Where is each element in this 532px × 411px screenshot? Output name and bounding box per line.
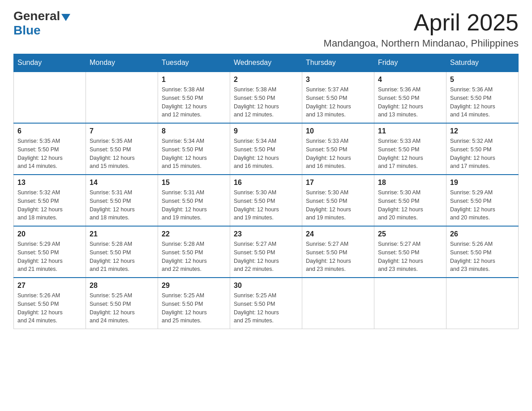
logo-arrow-icon <box>61 14 70 21</box>
header: General Blue April 2025 Mandangoa, North… <box>13 9 519 49</box>
day-number: 13 <box>17 179 82 187</box>
day-number: 7 <box>90 127 154 135</box>
calendar-cell: 8Sunrise: 5:34 AM Sunset: 5:50 PM Daylig… <box>158 123 230 175</box>
day-info: Sunrise: 5:29 AM Sunset: 5:50 PM Dayligh… <box>450 188 515 222</box>
calendar-cell: 16Sunrise: 5:30 AM Sunset: 5:50 PM Dayli… <box>230 175 302 226</box>
day-info: Sunrise: 5:38 AM Sunset: 5:50 PM Dayligh… <box>234 86 298 119</box>
calendar-cell: 14Sunrise: 5:31 AM Sunset: 5:50 PM Dayli… <box>86 175 158 226</box>
calendar-week-row: 27Sunrise: 5:26 AM Sunset: 5:50 PM Dayli… <box>14 278 519 329</box>
day-number: 16 <box>234 179 298 187</box>
month-year-title: April 2025 <box>324 9 519 36</box>
calendar-cell: 7Sunrise: 5:35 AM Sunset: 5:50 PM Daylig… <box>86 123 158 175</box>
calendar-cell: 29Sunrise: 5:25 AM Sunset: 5:50 PM Dayli… <box>158 278 230 329</box>
day-number: 11 <box>378 127 442 135</box>
calendar-header-row: SundayMondayTuesdayWednesdayThursdayFrid… <box>14 54 519 72</box>
calendar-cell: 22Sunrise: 5:28 AM Sunset: 5:50 PM Dayli… <box>158 226 230 278</box>
calendar-cell: 1Sunrise: 5:38 AM Sunset: 5:50 PM Daylig… <box>158 72 230 123</box>
calendar-cell: 24Sunrise: 5:27 AM Sunset: 5:50 PM Dayli… <box>302 226 374 278</box>
day-number: 19 <box>450 179 515 187</box>
day-info: Sunrise: 5:36 AM Sunset: 5:50 PM Dayligh… <box>450 86 515 119</box>
day-info: Sunrise: 5:27 AM Sunset: 5:50 PM Dayligh… <box>306 240 370 274</box>
calendar-cell <box>446 278 519 329</box>
col-header-tuesday: Tuesday <box>158 54 230 72</box>
calendar-cell: 19Sunrise: 5:29 AM Sunset: 5:50 PM Dayli… <box>446 175 519 226</box>
calendar-cell: 18Sunrise: 5:30 AM Sunset: 5:50 PM Dayli… <box>374 175 446 226</box>
day-info: Sunrise: 5:28 AM Sunset: 5:50 PM Dayligh… <box>90 240 154 274</box>
day-info: Sunrise: 5:33 AM Sunset: 5:50 PM Dayligh… <box>378 137 442 171</box>
day-number: 20 <box>17 230 82 238</box>
day-number: 3 <box>306 76 370 84</box>
day-number: 5 <box>450 76 515 84</box>
logo-general-text: General <box>13 9 60 23</box>
col-header-thursday: Thursday <box>302 54 374 72</box>
day-info: Sunrise: 5:33 AM Sunset: 5:50 PM Dayligh… <box>306 137 370 171</box>
title-area: April 2025 Mandangoa, Northern Mindanao,… <box>324 9 519 49</box>
day-info: Sunrise: 5:25 AM Sunset: 5:50 PM Dayligh… <box>234 291 298 325</box>
day-number: 15 <box>162 179 226 187</box>
calendar-cell: 9Sunrise: 5:34 AM Sunset: 5:50 PM Daylig… <box>230 123 302 175</box>
calendar-week-row: 6Sunrise: 5:35 AM Sunset: 5:50 PM Daylig… <box>14 123 519 175</box>
day-number: 28 <box>90 282 154 290</box>
day-number: 14 <box>90 179 154 187</box>
calendar-cell: 12Sunrise: 5:32 AM Sunset: 5:50 PM Dayli… <box>446 123 519 175</box>
day-number: 6 <box>17 127 82 135</box>
calendar-cell: 2Sunrise: 5:38 AM Sunset: 5:50 PM Daylig… <box>230 72 302 123</box>
day-number: 25 <box>378 230 442 238</box>
day-info: Sunrise: 5:30 AM Sunset: 5:50 PM Dayligh… <box>306 188 370 222</box>
calendar-table: SundayMondayTuesdayWednesdayThursdayFrid… <box>13 54 519 329</box>
day-info: Sunrise: 5:27 AM Sunset: 5:50 PM Dayligh… <box>234 240 298 274</box>
calendar-cell: 23Sunrise: 5:27 AM Sunset: 5:50 PM Dayli… <box>230 226 302 278</box>
col-header-wednesday: Wednesday <box>230 54 302 72</box>
day-info: Sunrise: 5:32 AM Sunset: 5:50 PM Dayligh… <box>450 137 515 171</box>
calendar-cell: 21Sunrise: 5:28 AM Sunset: 5:50 PM Dayli… <box>86 226 158 278</box>
calendar-week-row: 1Sunrise: 5:38 AM Sunset: 5:50 PM Daylig… <box>14 72 519 123</box>
day-info: Sunrise: 5:35 AM Sunset: 5:50 PM Dayligh… <box>17 137 82 171</box>
calendar-cell: 27Sunrise: 5:26 AM Sunset: 5:50 PM Dayli… <box>14 278 86 329</box>
calendar-cell: 26Sunrise: 5:26 AM Sunset: 5:50 PM Dayli… <box>446 226 519 278</box>
col-header-monday: Monday <box>86 54 158 72</box>
day-number: 10 <box>306 127 370 135</box>
day-number: 12 <box>450 127 515 135</box>
day-number: 9 <box>234 127 298 135</box>
day-info: Sunrise: 5:38 AM Sunset: 5:50 PM Dayligh… <box>162 86 226 119</box>
calendar-cell: 28Sunrise: 5:25 AM Sunset: 5:50 PM Dayli… <box>86 278 158 329</box>
col-header-sunday: Sunday <box>14 54 86 72</box>
day-number: 8 <box>162 127 226 135</box>
day-info: Sunrise: 5:31 AM Sunset: 5:50 PM Dayligh… <box>90 188 154 222</box>
day-info: Sunrise: 5:35 AM Sunset: 5:50 PM Dayligh… <box>90 137 154 171</box>
calendar-cell: 3Sunrise: 5:37 AM Sunset: 5:50 PM Daylig… <box>302 72 374 123</box>
day-info: Sunrise: 5:36 AM Sunset: 5:50 PM Dayligh… <box>378 86 442 119</box>
calendar-week-row: 20Sunrise: 5:29 AM Sunset: 5:50 PM Dayli… <box>14 226 519 278</box>
day-number: 27 <box>17 282 82 290</box>
calendar-cell <box>374 278 446 329</box>
day-info: Sunrise: 5:30 AM Sunset: 5:50 PM Dayligh… <box>234 188 298 222</box>
day-info: Sunrise: 5:29 AM Sunset: 5:50 PM Dayligh… <box>17 240 82 274</box>
day-info: Sunrise: 5:27 AM Sunset: 5:50 PM Dayligh… <box>378 240 442 274</box>
day-info: Sunrise: 5:25 AM Sunset: 5:50 PM Dayligh… <box>90 291 154 325</box>
day-info: Sunrise: 5:26 AM Sunset: 5:50 PM Dayligh… <box>17 291 82 325</box>
calendar-cell: 11Sunrise: 5:33 AM Sunset: 5:50 PM Dayli… <box>374 123 446 175</box>
calendar-cell: 17Sunrise: 5:30 AM Sunset: 5:50 PM Dayli… <box>302 175 374 226</box>
day-number: 1 <box>162 76 226 84</box>
day-info: Sunrise: 5:25 AM Sunset: 5:50 PM Dayligh… <box>162 291 226 325</box>
location-subtitle: Mandangoa, Northern Mindanao, Philippine… <box>324 38 519 49</box>
logo-blue-text: Blue <box>13 23 70 38</box>
day-number: 26 <box>450 230 515 238</box>
day-info: Sunrise: 5:28 AM Sunset: 5:50 PM Dayligh… <box>162 240 226 274</box>
calendar-cell: 10Sunrise: 5:33 AM Sunset: 5:50 PM Dayli… <box>302 123 374 175</box>
day-info: Sunrise: 5:37 AM Sunset: 5:50 PM Dayligh… <box>306 86 370 119</box>
day-number: 4 <box>378 76 442 84</box>
col-header-friday: Friday <box>374 54 446 72</box>
day-number: 17 <box>306 179 370 187</box>
calendar-cell: 30Sunrise: 5:25 AM Sunset: 5:50 PM Dayli… <box>230 278 302 329</box>
day-number: 18 <box>378 179 442 187</box>
day-info: Sunrise: 5:34 AM Sunset: 5:50 PM Dayligh… <box>234 137 298 171</box>
calendar-week-row: 13Sunrise: 5:32 AM Sunset: 5:50 PM Dayli… <box>14 175 519 226</box>
calendar-cell: 15Sunrise: 5:31 AM Sunset: 5:50 PM Dayli… <box>158 175 230 226</box>
day-number: 23 <box>234 230 298 238</box>
calendar-cell <box>86 72 158 123</box>
day-number: 29 <box>162 282 226 290</box>
calendar-cell: 4Sunrise: 5:36 AM Sunset: 5:50 PM Daylig… <box>374 72 446 123</box>
col-header-saturday: Saturday <box>446 54 519 72</box>
calendar-cell <box>14 72 86 123</box>
